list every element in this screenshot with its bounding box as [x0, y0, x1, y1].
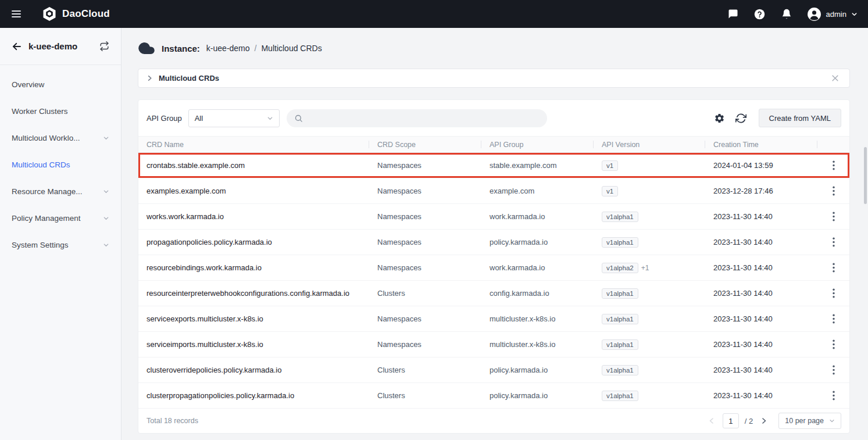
cell-crd-name: resourcebindings.work.karmada.io [138, 263, 369, 272]
sidebar-item-resource-manage[interactable]: Resource Manage... [0, 178, 121, 205]
cell-creation-time: 2023-11-30 14:40 [705, 238, 817, 246]
cell-api-group: config.karmada.io [481, 289, 594, 298]
cell-api-version: v1 [594, 160, 705, 171]
cell-crd-name: serviceexports.multicluster.x-k8s.io [138, 314, 369, 323]
cell-api-version: v1 [594, 186, 705, 196]
sidebar-item-overview[interactable]: Overview [0, 71, 121, 98]
page-number-input[interactable] [723, 413, 739, 428]
messages-icon[interactable] [727, 8, 740, 20]
close-icon[interactable] [829, 72, 841, 84]
cell-crd-name: propagationpolicies.policy.karmada.io [138, 238, 369, 246]
row-actions-kebab-icon[interactable] [827, 158, 840, 173]
table-body: crontabs.stable.example.com Namespaces s… [138, 153, 849, 409]
main-content: Instance: k-uee-demo / Multicloud CRDs M… [122, 28, 868, 440]
cell-api-group: multicluster.x-k8s.io [481, 314, 594, 323]
table-row[interactable]: clusteroverridepolicies.policy.karmada.i… [138, 357, 849, 383]
page-size-select[interactable]: 10 per page [778, 413, 841, 429]
notifications-bell-icon[interactable] [780, 8, 793, 20]
row-actions-kebab-icon[interactable] [827, 311, 840, 327]
row-actions-kebab-icon[interactable] [827, 337, 840, 352]
cell-crd-scope: Namespaces [369, 340, 481, 349]
cell-api-group: work.karmada.io [481, 212, 594, 221]
cell-api-version: v1alpha1 [594, 391, 705, 401]
cell-creation-time: 2023-11-30 14:40 [705, 289, 817, 298]
cell-api-group: policy.karmada.io [481, 366, 594, 374]
breadcrumb-instance[interactable]: k-uee-demo [206, 44, 250, 53]
cell-crd-scope: Clusters [369, 366, 481, 374]
cell-api-version: v1alpha1 [594, 314, 705, 324]
page-total-label: / 2 [745, 417, 753, 425]
user-name: admin [826, 10, 846, 19]
table-row[interactable]: serviceexports.multicluster.x-k8s.io Nam… [138, 306, 849, 332]
table-row[interactable]: crontabs.stable.example.com Namespaces s… [138, 153, 849, 178]
next-page-icon[interactable] [759, 416, 769, 426]
cell-api-group: policy.karmada.io [481, 238, 594, 246]
avatar [807, 7, 821, 22]
chevron-right-icon[interactable] [147, 75, 153, 81]
breadcrumb: k-uee-demo / Multicloud CRDs [206, 44, 322, 53]
page-size-value: 10 per page [785, 417, 824, 425]
row-actions-kebab-icon[interactable] [827, 285, 840, 301]
user-menu[interactable]: admin [807, 7, 858, 22]
search-input[interactable] [308, 114, 540, 123]
column-header-api-group: API Group [481, 137, 594, 152]
previous-page-icon[interactable] [706, 416, 717, 426]
row-actions-kebab-icon[interactable] [827, 362, 840, 378]
table-row[interactable]: propagationpolicies.policy.karmada.io Na… [138, 230, 849, 255]
chevron-down-icon [103, 135, 109, 141]
row-actions-kebab-icon[interactable] [827, 260, 840, 276]
cell-creation-time: 2023-11-30 14:40 [705, 212, 817, 221]
sidebar-item-multicloud-worklo[interactable]: Multicloud Worklo... [0, 124, 121, 151]
cell-actions [817, 362, 849, 378]
table-row[interactable]: resourceinterpreterwebhookconfigurations… [138, 281, 849, 306]
cell-api-version: v1alpha1 [594, 212, 705, 222]
cell-actions [817, 337, 849, 352]
column-settings-gear-icon[interactable] [713, 112, 726, 124]
cell-actions [817, 285, 849, 301]
cell-creation-time: 2024-01-04 13:59 [705, 161, 817, 170]
sidebar-item-system-settings[interactable]: System Settings [0, 231, 121, 258]
cell-crd-scope: Namespaces [369, 314, 481, 323]
table-row[interactable]: examples.example.com Namespaces example.… [138, 178, 849, 204]
cell-api-version: v1alpha1 [594, 288, 705, 299]
table-row[interactable]: serviceimports.multicluster.x-k8s.io Nam… [138, 332, 849, 357]
page-scrollbar[interactable] [864, 147, 867, 204]
api-version-badge: v1alpha1 [602, 339, 638, 350]
sidebar-item-multicloud-crds[interactable]: Multicloud CRDs [0, 151, 121, 178]
api-version-badge: v1alpha1 [602, 288, 638, 299]
switch-instance-icon[interactable] [99, 41, 109, 51]
search-box [287, 109, 547, 127]
cell-crd-name: resourceinterpreterwebhookconfigurations… [138, 289, 369, 298]
cell-crd-scope: Namespaces [369, 161, 481, 170]
back-arrow-icon[interactable] [12, 41, 22, 52]
cell-actions [817, 260, 849, 276]
row-actions-kebab-icon[interactable] [827, 209, 840, 224]
cell-actions [817, 158, 849, 173]
sidebar-item-policy-management[interactable]: Policy Management [0, 205, 121, 231]
cell-actions [817, 234, 849, 250]
api-version-badge: v1 [602, 186, 618, 196]
page-tab-bar[interactable]: Multicloud CRDs [138, 69, 850, 88]
refresh-icon[interactable] [735, 112, 748, 124]
create-from-yaml-button[interactable]: Create from YAML [759, 109, 841, 127]
api-version-badge: v1alpha1 [602, 237, 638, 248]
chevron-down-icon [829, 418, 835, 424]
search-icon [294, 114, 303, 123]
table-row[interactable]: clusterpropagationpolicies.policy.karmad… [138, 383, 849, 409]
row-actions-kebab-icon[interactable] [827, 234, 840, 250]
table-row[interactable]: works.work.karmada.io Namespaces work.ka… [138, 204, 849, 230]
hamburger-menu-icon[interactable] [10, 8, 23, 20]
row-actions-kebab-icon[interactable] [827, 183, 840, 199]
api-version-badge: v1alpha2 [602, 263, 638, 273]
api-version-badge: v1alpha1 [602, 314, 638, 324]
help-icon[interactable] [753, 8, 766, 20]
cell-actions [817, 209, 849, 224]
table-row[interactable]: resourcebindings.work.karmada.io Namespa… [138, 255, 849, 281]
table-toolbar: API Group All [138, 100, 849, 136]
sidebar-item-worker-clusters[interactable]: Worker Clusters [0, 98, 121, 124]
api-version-extra: +1 [641, 264, 649, 272]
api-group-select[interactable]: All [188, 109, 280, 127]
brand[interactable]: DaoCloud [42, 6, 110, 22]
row-actions-kebab-icon[interactable] [827, 388, 840, 403]
sidebar-header: k-uee-demo [0, 28, 121, 65]
